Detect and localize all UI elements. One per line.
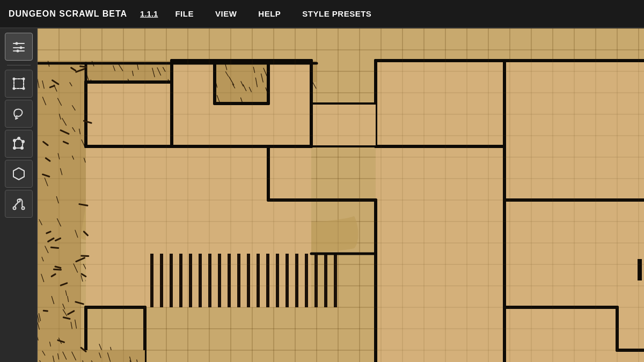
polygon-tool-button[interactable] xyxy=(5,130,33,158)
navbar: DUNGEON SCRAWL BETA 1.1.1 FILE VIEW HELP… xyxy=(0,0,644,28)
dungeon-map xyxy=(38,28,644,362)
svg-rect-6 xyxy=(14,79,24,88)
svg-point-13 xyxy=(13,139,16,142)
lasso-tool-button[interactable] xyxy=(5,100,33,128)
toolbar-divider-1 xyxy=(7,65,31,65)
nav-style-presets[interactable]: STYLE PRESETS xyxy=(298,7,376,20)
nav-view[interactable]: VIEW xyxy=(211,7,241,20)
app-title: DUNGEON SCRAWL BETA xyxy=(9,9,127,19)
map-canvas[interactable] xyxy=(38,28,644,362)
svg-point-10 xyxy=(23,88,24,90)
version-label[interactable]: 1.1.1 xyxy=(140,9,158,18)
nav-help[interactable]: HELP xyxy=(254,7,285,20)
svg-point-16 xyxy=(21,147,23,149)
nav-file[interactable]: FILE xyxy=(171,7,198,20)
svg-point-5 xyxy=(16,50,19,53)
rect-select-tool-button[interactable] xyxy=(5,70,33,98)
svg-point-3 xyxy=(19,47,22,49)
path-tool-button[interactable] xyxy=(5,190,33,218)
svg-point-20 xyxy=(21,207,24,210)
svg-marker-17 xyxy=(13,168,24,180)
svg-point-15 xyxy=(22,141,24,143)
svg-point-14 xyxy=(18,137,20,139)
hex-tool-button[interactable] xyxy=(5,160,33,188)
left-toolbar xyxy=(0,28,38,362)
svg-point-12 xyxy=(13,147,16,149)
svg-point-8 xyxy=(23,78,24,80)
svg-point-1 xyxy=(15,42,18,45)
svg-point-19 xyxy=(17,200,20,202)
svg-point-9 xyxy=(13,88,14,90)
settings-tool-button[interactable] xyxy=(5,33,33,61)
svg-point-7 xyxy=(13,78,14,80)
svg-point-18 xyxy=(13,207,16,210)
main-area xyxy=(0,28,644,362)
